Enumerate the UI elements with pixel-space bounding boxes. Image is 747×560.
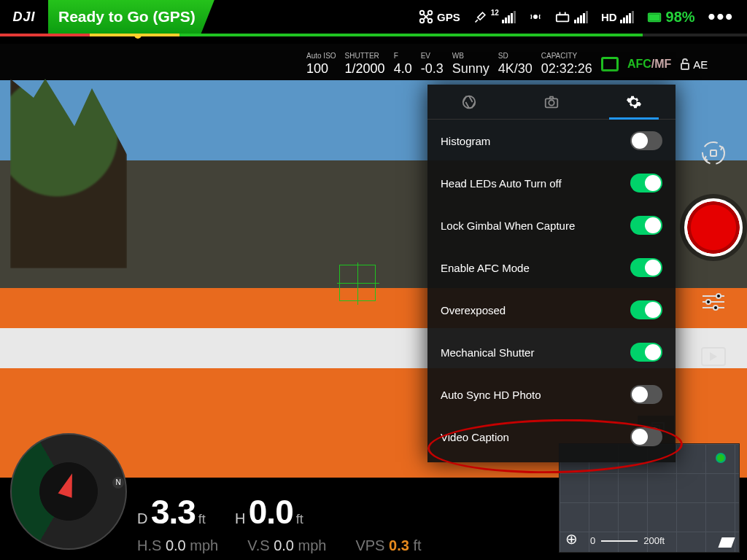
camera-icon [543, 94, 560, 110]
svg-rect-5 [557, 15, 569, 21]
svg-point-16 [713, 306, 718, 310]
param-aperture[interactable]: F4.0 [394, 52, 412, 77]
toggle[interactable] [630, 427, 662, 446]
record-button[interactable] [684, 198, 743, 257]
brand-logo: DJI [0, 9, 48, 25]
setting-overexposed[interactable]: Overexposed [427, 289, 676, 331]
rc-bars-icon [574, 11, 588, 23]
gear-icon [626, 94, 642, 110]
setting-label: Head LEDs Auto Turn off [441, 177, 562, 190]
svg-point-14 [706, 300, 711, 304]
sat-count: 12 [491, 9, 499, 17]
svg-point-4 [534, 15, 538, 19]
focus-frame-icon[interactable] [601, 57, 619, 71]
setting-histogram[interactable]: Histogram [427, 120, 676, 162]
svg-point-3 [428, 19, 433, 23]
toggle[interactable] [630, 385, 662, 404]
svg-point-0 [420, 11, 425, 15]
tab-aperture[interactable] [427, 85, 510, 119]
hspeed-label: H.S [137, 537, 161, 553]
hspeed-value: 0.0 [166, 537, 186, 553]
map-home-point-icon [716, 453, 726, 463]
setting-label: Lock Gimbal When Capture [441, 219, 575, 232]
height-value: 0.0 [249, 493, 293, 531]
satellite-icon[interactable]: 12 [473, 9, 516, 24]
heading-arrow-icon [58, 471, 80, 498]
svg-rect-7 [649, 15, 659, 20]
svg-point-9 [703, 142, 724, 164]
height-label: H [235, 510, 245, 526]
ae-lock-button[interactable]: AE [680, 58, 708, 71]
flight-mode-label: GPS [437, 11, 460, 23]
unlock-icon [680, 58, 690, 70]
svg-point-1 [428, 11, 433, 15]
north-label: N [112, 477, 124, 489]
svg-rect-10 [711, 150, 716, 156]
setting-video-caption[interactable]: Video Caption [427, 416, 676, 458]
telemetry-readout: D 3.3ft H 0.0ft H.S 0.0 mph V.S 0.0 mph … [137, 490, 543, 556]
top-status-bar: DJI Ready to Go (GPS) GPS 12 HD [0, 0, 747, 34]
tab-gear[interactable] [593, 85, 676, 119]
setting-afc-mode[interactable]: Enable AFC Mode [427, 246, 676, 289]
vps-label: VPS [355, 537, 384, 553]
battery-timeline [0, 34, 747, 36]
flight-mode-icon[interactable]: GPS [418, 9, 460, 25]
toggle[interactable] [630, 131, 662, 150]
rc-signal-icon[interactable] [529, 10, 542, 23]
vspeed-label: V.S [247, 537, 269, 553]
ae-label: AE [693, 58, 708, 71]
setting-label: Overexposed [441, 304, 506, 316]
setting-label: Histogram [441, 135, 490, 147]
focus-mode-toggle[interactable]: AFC/MF [627, 58, 671, 71]
setting-auto-sync-hd[interactable]: Auto Sync HD Photo [427, 373, 676, 416]
svg-point-12 [716, 294, 721, 298]
toggle[interactable] [630, 216, 662, 235]
toggle[interactable] [630, 300, 662, 319]
param-wb[interactable]: WBSunny [452, 52, 489, 77]
focus-reticle [339, 265, 376, 301]
param-shutter[interactable]: SHUTTER1/2000 [345, 52, 385, 77]
map-scale: 0200ft [590, 535, 665, 546]
param-capacity[interactable]: CAPACITY02:32:26 [541, 52, 592, 77]
flight-status: Ready to Go (GPS) [48, 0, 214, 34]
camera-settings-panel: Histogram Head LEDs Auto Turn off Lock G… [427, 85, 676, 462]
toggle[interactable] [630, 258, 662, 277]
battery-rc-icon[interactable] [555, 10, 588, 23]
setting-label: Video Caption [441, 431, 509, 443]
svg-point-19 [549, 100, 554, 105]
aircraft-battery-icon[interactable]: 98% [647, 9, 695, 26]
camera-settings-button[interactable] [699, 287, 728, 316]
setting-label: Mechanical Shutter [441, 346, 534, 359]
setting-label: Auto Sync HD Photo [441, 389, 541, 401]
param-sd[interactable]: SD4K/30 [498, 52, 533, 77]
toggle[interactable] [630, 174, 662, 192]
tab-camera[interactable] [510, 85, 592, 119]
distance-value: 3.3 [151, 493, 196, 531]
setting-label: Enable AFC Mode [441, 262, 530, 274]
camera-params-row: Auto ISO100 SHUTTER1/2000 F4.0 EV-0.3 WB… [306, 48, 738, 80]
vspeed-value: 0.0 [274, 537, 294, 553]
distance-label: D [137, 510, 147, 526]
battery-percent: 98% [666, 9, 695, 26]
setting-lock-gimbal[interactable]: Lock Gimbal When Capture [427, 204, 676, 246]
setting-mech-shutter[interactable]: Mechanical Shutter [427, 331, 676, 373]
setting-head-leds[interactable]: Head LEDs Auto Turn off [427, 162, 676, 204]
param-iso[interactable]: Auto ISO100 [306, 52, 336, 77]
toggle[interactable] [630, 343, 662, 362]
svg-rect-8 [681, 63, 689, 69]
playback-button[interactable] [701, 347, 726, 366]
signal-bars-icon [502, 11, 516, 23]
map-zoom-button[interactable]: ⊕ [565, 530, 578, 548]
vps-value: 0.3 [389, 537, 409, 553]
svg-point-2 [420, 19, 425, 23]
param-ev[interactable]: EV-0.3 [421, 52, 444, 77]
attitude-indicator[interactable]: N [10, 433, 127, 550]
aperture-icon [461, 94, 477, 110]
camera-switch-button[interactable] [699, 139, 728, 168]
hd-signal-icon[interactable]: HD [601, 11, 634, 23]
hd-label: HD [601, 11, 617, 23]
